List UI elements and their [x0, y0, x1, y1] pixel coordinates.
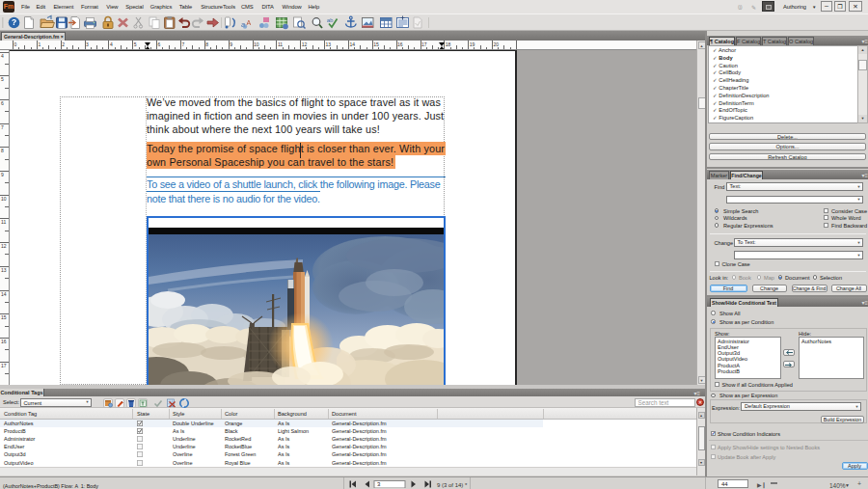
- svg-text:?: ?: [12, 17, 16, 27]
- svg-text:A: A: [247, 19, 252, 26]
- svg-text:ab: ab: [327, 17, 334, 23]
